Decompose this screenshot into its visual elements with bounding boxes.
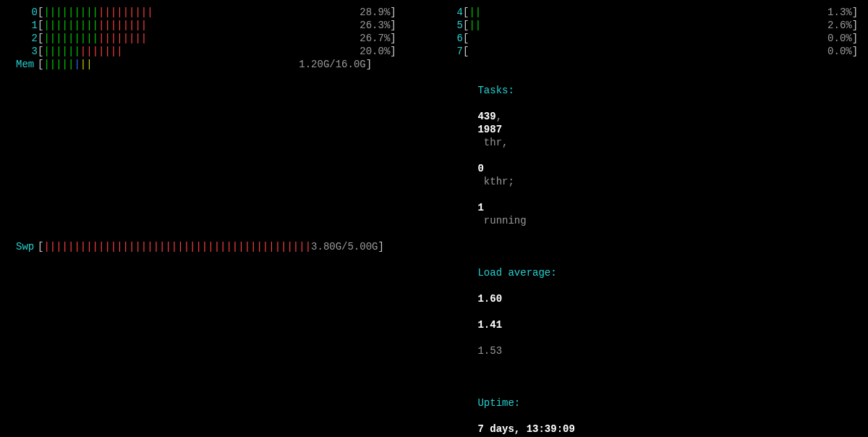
tasks-line: Tasks: 439, 1987 thr, 0 kthr; 1 running [441, 58, 861, 240]
mem-tasks-row: Mem [ |||||||| 1.20G/16.0G ] Tasks: 439,… [7, 58, 861, 240]
swp-label: Swp [7, 240, 38, 370]
cpu-label: 7 [441, 45, 463, 58]
htop-screen[interactable]: 0[|||||||||||||||||| 28.9%]4[|| 1.3%]1[|… [0, 0, 868, 437]
cpu-label: 6 [441, 32, 463, 45]
cpu-label: 4 [441, 6, 463, 19]
cpu-label: 2 [7, 32, 38, 45]
cpu-meter-row: 0[|||||||||||||||||| 28.9%]4[|| 1.3%] [7, 6, 861, 19]
mem-text: 1.20G/16.0G [93, 58, 366, 240]
cpu-label: 5 [441, 19, 463, 32]
mem-label: Mem [7, 58, 38, 240]
mem-meter: |||||||| [43, 58, 92, 240]
cpu-label: 3 [7, 45, 38, 58]
uptime-row: Uptime: 7 days, 13:39:09 [7, 370, 861, 437]
loadavg-line: Load average: 1.60 1.41 1.53 [441, 240, 861, 370]
cpu-meter-row: 2[||||||||||||||||| 26.7%]6[ 0.0%] [7, 32, 861, 45]
swp-load-row: Swp [ ||||||||||||||||||||||||||||||||||… [7, 240, 861, 370]
cpu-label: 1 [7, 19, 38, 32]
cpu-meter-row: 1[||||||||||||||||| 26.3%]5[|| 2.6%] [7, 19, 861, 32]
swp-text: 3.80G/5.00G [311, 240, 378, 370]
swp-meter: ||||||||||||||||||||||||||||||||||||||||… [43, 240, 311, 370]
cpu-meter-row: 3[||||||||||||| 20.0%]7[ 0.0%] [7, 45, 861, 58]
cpu-label: 0 [7, 6, 38, 19]
meters-area: 0[|||||||||||||||||| 28.9%]4[|| 1.3%]1[|… [7, 6, 861, 58]
